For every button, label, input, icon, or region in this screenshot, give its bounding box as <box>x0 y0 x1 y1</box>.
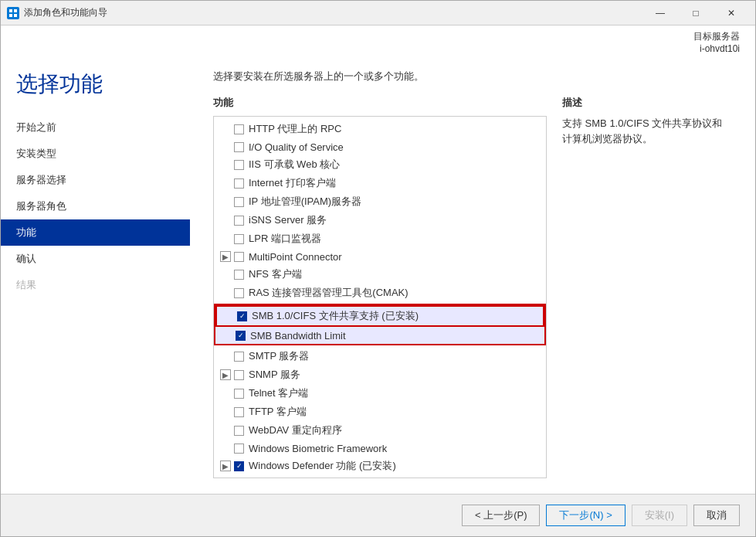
server-name: i-ohvdt10i <box>693 43 740 54</box>
nav-before-start[interactable]: 开始之前 <box>1 114 190 141</box>
label-iis-web: IIS 可承载 Web 核心 <box>249 158 340 172</box>
prev-button[interactable]: < 上一步(P) <box>462 505 541 526</box>
expand-placeholder <box>220 287 231 298</box>
checkbox-telnet[interactable] <box>234 389 244 399</box>
install-button: 安装(I) <box>632 505 687 526</box>
svg-rect-2 <box>9 14 12 17</box>
label-nfs: NFS 客户端 <box>249 267 302 281</box>
checkbox-win-biometric[interactable] <box>234 444 244 454</box>
nav-result: 结果 <box>1 272 190 298</box>
smb-highlighted-group: SMB 1.0/CIFS 文件共享支持 (已安装) SMB Bandwidth … <box>214 304 546 345</box>
feature-smtp[interactable]: SMTP 服务器 <box>214 347 546 365</box>
checkbox-ipam[interactable] <box>234 197 244 207</box>
label-webdav: WebDAV 重定向程序 <box>249 423 342 437</box>
expand-placeholder <box>220 124 231 134</box>
nav-server-select[interactable]: 服务器选择 <box>1 167 190 193</box>
checkbox-isns[interactable] <box>234 216 244 226</box>
server-info: 目标服务器 i-ohvdt10i <box>1 25 755 54</box>
nav-server-roles[interactable]: 服务器角色 <box>1 193 190 219</box>
checkbox-io-qos[interactable] <box>234 142 244 152</box>
cancel-button[interactable]: 取消 <box>693 505 740 526</box>
feature-snmp[interactable]: ▶ SNMP 服务 <box>214 365 546 384</box>
feature-io-qos[interactable]: I/O Quality of Service <box>214 138 546 155</box>
feature-http-rpc[interactable]: HTTP 代理上的 RPC <box>214 120 546 138</box>
feature-ras[interactable]: RAS 连接管理器管理工具包(CMAK) <box>214 284 546 302</box>
expand-placeholder <box>220 269 231 280</box>
checkbox-nfs[interactable] <box>234 270 244 280</box>
feature-webdav[interactable]: WebDAV 重定向程序 <box>214 421 546 440</box>
checkbox-ras[interactable] <box>234 288 244 298</box>
label-http-rpc: HTTP 代理上的 RPC <box>249 122 341 136</box>
expand-placeholder <box>220 233 231 244</box>
expand-placeholder <box>220 406 231 417</box>
feature-internet-print[interactable]: Internet 打印客户端 <box>214 174 546 192</box>
label-smtp: SMTP 服务器 <box>249 349 310 363</box>
feature-win-identity[interactable]: Windows Identity Foundation 3.5 <box>214 475 546 478</box>
features-list-container: 功能 HTTP 代理上的 RPC I/O Quality of Service <box>213 96 547 478</box>
expand-placeholder <box>220 425 231 436</box>
page-title: 选择功能 <box>1 70 190 114</box>
checkbox-webdav[interactable] <box>234 426 244 436</box>
expand-placeholder <box>220 178 231 189</box>
expand-multipoint-icon[interactable]: ▶ <box>220 251 231 262</box>
checkbox-smb-cifs[interactable] <box>237 311 247 321</box>
feature-smb-bandwidth[interactable]: SMB Bandwidth Limit <box>215 327 544 344</box>
expand-placeholder <box>220 141 231 152</box>
nav-confirm[interactable]: 确认 <box>1 246 190 272</box>
nav-features[interactable]: 功能 <box>1 219 190 246</box>
feature-smb-cifs[interactable]: SMB 1.0/CIFS 文件共享支持 (已安装) <box>215 305 544 327</box>
checkbox-iis-web[interactable] <box>234 160 244 170</box>
feature-telnet[interactable]: Telnet 客户端 <box>214 384 546 403</box>
checkbox-http-rpc[interactable] <box>234 124 244 134</box>
features-header: 功能 <box>213 96 547 110</box>
checkbox-smb-bandwidth[interactable] <box>236 331 246 341</box>
feature-multipoint[interactable]: ▶ MultiPoint Connector <box>214 248 546 265</box>
expand-placeholder <box>220 351 231 362</box>
label-lpr: LPR 端口监视器 <box>249 232 321 246</box>
next-button[interactable]: 下一步(N) > <box>546 505 625 526</box>
expand-win-defender-icon[interactable]: ▶ <box>220 461 231 471</box>
nav-install-type[interactable]: 安装类型 <box>1 141 190 167</box>
label-internet-print: Internet 打印客户端 <box>249 176 336 190</box>
feature-win-biometric[interactable]: Windows Biometric Framework <box>214 440 546 457</box>
feature-ipam[interactable]: IP 地址管理(IPAM)服务器 <box>214 192 546 211</box>
label-smb-bandwidth: SMB Bandwidth Limit <box>250 330 346 342</box>
label-multipoint: MultiPoint Connector <box>249 251 342 263</box>
label-ipam: IP 地址管理(IPAM)服务器 <box>249 195 361 209</box>
label-win-defender: Windows Defender 功能 (已安装) <box>249 459 396 473</box>
feature-iis-web[interactable]: IIS 可承载 Web 核心 <box>214 155 546 174</box>
nav-list: 开始之前 安装类型 服务器选择 服务器角色 功能 确认 结果 <box>1 114 190 298</box>
expand-placeholder <box>220 388 231 399</box>
description-panel: 描述 支持 SMB 1.0/CIFS 文件共享协议和计算机浏览器协议。 <box>562 96 732 478</box>
checkbox-multipoint[interactable] <box>234 252 244 262</box>
label-telnet: Telnet 客户端 <box>249 386 308 400</box>
svg-rect-1 <box>14 9 17 12</box>
checkbox-lpr[interactable] <box>234 234 244 244</box>
checkbox-win-defender[interactable] <box>234 461 244 471</box>
feature-nfs[interactable]: NFS 客户端 <box>214 265 546 284</box>
label-isns: iSNS Server 服务 <box>249 213 327 227</box>
expand-placeholder <box>222 330 232 341</box>
minimize-button[interactable]: — <box>642 1 678 25</box>
feature-isns[interactable]: iSNS Server 服务 <box>214 211 546 229</box>
window-controls: — □ ✕ <box>642 1 749 25</box>
maximize-button[interactable]: □ <box>678 1 714 25</box>
expand-snmp-icon[interactable]: ▶ <box>220 369 231 380</box>
features-list[interactable]: HTTP 代理上的 RPC I/O Quality of Service IIS… <box>213 116 547 478</box>
checkbox-tftp[interactable] <box>234 407 244 417</box>
expand-placeholder <box>220 443 231 454</box>
feature-win-defender[interactable]: ▶ Windows Defender 功能 (已安装) <box>214 457 546 475</box>
checkbox-internet-print[interactable] <box>234 178 244 189</box>
description-header: 描述 <box>562 96 732 110</box>
checkbox-smtp[interactable] <box>234 352 244 362</box>
description-text: 支持 SMB 1.0/CIFS 文件共享协议和计算机浏览器协议。 <box>562 116 732 146</box>
checkbox-snmp[interactable] <box>234 370 244 380</box>
feature-lpr[interactable]: LPR 端口监视器 <box>214 229 546 248</box>
feature-tftp[interactable]: TFTP 客户端 <box>214 403 546 421</box>
features-area: 功能 HTTP 代理上的 RPC I/O Quality of Service <box>213 96 732 478</box>
expand-placeholder <box>220 196 231 207</box>
close-button[interactable]: ✕ <box>714 1 749 25</box>
svg-rect-3 <box>14 14 17 17</box>
main-panel: 选择要安装在所选服务器上的一个或多个功能。 功能 HTTP 代理上的 RPC <box>190 54 755 494</box>
label-win-identity: Windows Identity Foundation 3.5 <box>249 478 395 479</box>
